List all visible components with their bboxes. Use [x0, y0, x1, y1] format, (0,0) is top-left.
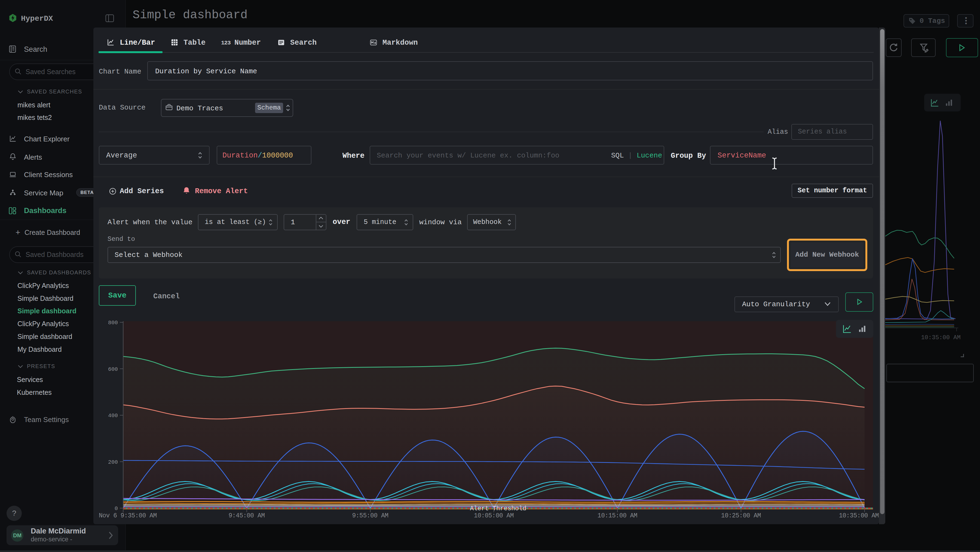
- svg-text:10:05:00 AM: 10:05:00 AM: [474, 512, 514, 519]
- svg-text:0: 0: [115, 506, 118, 512]
- svg-text:9:45:00 AM: 9:45:00 AM: [228, 512, 265, 519]
- svg-text:Alert Threshold: Alert Threshold: [470, 505, 526, 512]
- svg-text:10:25:00 AM: 10:25:00 AM: [721, 512, 761, 519]
- svg-text:Nov 6 9:35:00 AM: Nov 6 9:35:00 AM: [99, 512, 157, 519]
- svg-text:800: 800: [108, 320, 118, 326]
- svg-text:10:15:00 AM: 10:15:00 AM: [598, 512, 637, 519]
- svg-text:600: 600: [108, 366, 118, 372]
- svg-text:10:35:00 AM: 10:35:00 AM: [839, 512, 879, 519]
- svg-text:200: 200: [108, 459, 118, 465]
- svg-text:400: 400: [108, 413, 118, 419]
- svg-text:9:55:00 AM: 9:55:00 AM: [352, 512, 388, 519]
